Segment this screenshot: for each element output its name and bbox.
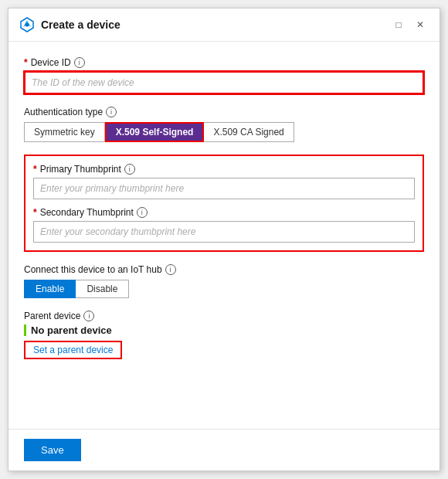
device-id-label-text: Device ID: [31, 57, 71, 68]
secondary-thumbprint-info-icon[interactable]: i: [137, 207, 148, 218]
primary-thumbprint-group: * Primary Thumbprint i: [33, 164, 415, 199]
dialog-footer: Save: [8, 429, 440, 471]
title-bar: Create a device □ ✕: [8, 8, 440, 42]
auth-type-label-text: Authentication type: [24, 107, 103, 117]
azure-icon: [19, 17, 35, 32]
minimize-button[interactable]: □: [390, 16, 407, 33]
auth-btn-symmetric[interactable]: Symmetric key: [24, 122, 105, 142]
auth-type-group: Authentication type i Symmetric key X.50…: [24, 107, 424, 142]
auth-type-buttons: Symmetric key X.509 Self-Signed X.509 CA…: [24, 122, 424, 142]
connect-hub-group: Connect this device to an IoT hub i Enab…: [24, 264, 424, 298]
auth-type-info-icon[interactable]: i: [106, 107, 117, 117]
parent-device-label: Parent device i: [24, 311, 424, 321]
primary-thumbprint-input[interactable]: [33, 178, 415, 199]
connect-hub-enable-btn[interactable]: Enable: [24, 280, 76, 298]
secondary-thumbprint-required: *: [33, 207, 37, 218]
create-device-dialog: Create a device □ ✕ * Device ID i Authen…: [8, 8, 440, 471]
auth-type-label: Authentication type i: [24, 107, 424, 117]
dialog-title: Create a device: [41, 19, 120, 31]
device-id-label: * Device ID i: [24, 57, 424, 68]
svg-point-3: [25, 23, 29, 27]
connect-hub-label: Connect this device to an IoT hub i: [24, 264, 424, 275]
primary-thumbprint-info-icon[interactable]: i: [124, 164, 135, 175]
connect-hub-buttons: Enable Disable: [24, 280, 424, 298]
connect-hub-disable-btn[interactable]: Disable: [76, 280, 129, 298]
close-button[interactable]: ✕: [412, 16, 429, 33]
save-button[interactable]: Save: [24, 439, 81, 461]
secondary-thumbprint-label: * Secondary Thumbprint i: [33, 207, 415, 218]
primary-thumbprint-label-text: Primary Thumbprint: [40, 164, 121, 175]
auth-btn-x509self[interactable]: X.509 Self-Signed: [105, 122, 205, 142]
primary-thumbprint-required: *: [33, 164, 37, 175]
title-bar-left: Create a device: [19, 17, 120, 32]
dialog-body: * Device ID i Authentication type i Symm…: [8, 42, 440, 429]
parent-device-group: Parent device i No parent device Set a p…: [24, 311, 424, 359]
connect-hub-info-icon[interactable]: i: [165, 264, 176, 275]
no-parent-label: No parent device: [24, 324, 424, 336]
device-id-info-icon[interactable]: i: [74, 57, 85, 68]
primary-thumbprint-label: * Primary Thumbprint i: [33, 164, 415, 175]
auth-btn-x509ca[interactable]: X.509 CA Signed: [204, 122, 294, 142]
connect-hub-label-text: Connect this device to an IoT hub: [24, 264, 162, 275]
thumbprint-block: * Primary Thumbprint i * Secondary Thumb…: [24, 155, 424, 252]
set-parent-device-link[interactable]: Set a parent device: [24, 341, 122, 359]
parent-device-info-icon[interactable]: i: [83, 311, 94, 321]
device-id-group: * Device ID i: [24, 57, 424, 94]
device-id-input[interactable]: [24, 71, 424, 94]
title-bar-controls: □ ✕: [390, 16, 429, 33]
device-id-required: *: [24, 57, 28, 68]
parent-device-label-text: Parent device: [24, 311, 80, 321]
secondary-thumbprint-label-text: Secondary Thumbprint: [40, 207, 134, 218]
secondary-thumbprint-group: * Secondary Thumbprint i: [33, 207, 415, 243]
secondary-thumbprint-input[interactable]: [33, 221, 415, 243]
